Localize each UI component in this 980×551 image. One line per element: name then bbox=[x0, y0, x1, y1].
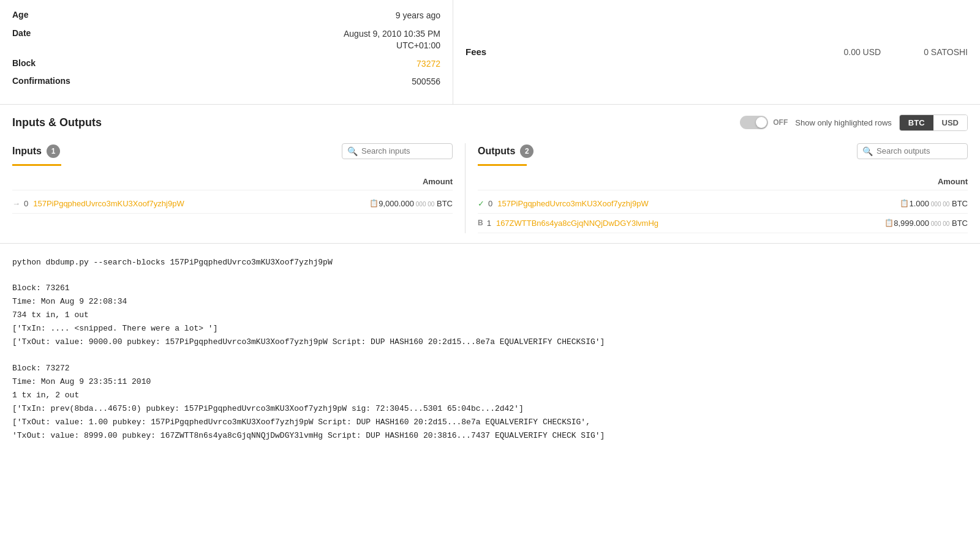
io-header: Inputs & Outputs OFF Show only highlight… bbox=[12, 114, 968, 131]
outputs-amount-header: Amount bbox=[478, 173, 968, 190]
io-title: Inputs & Outputs bbox=[12, 116, 102, 129]
show-highlighted-label: Show only highlighted rows bbox=[795, 118, 892, 127]
output-amount-0: 1.000 000 00 BTC bbox=[909, 199, 968, 208]
inputs-amount-header: Amount bbox=[12, 173, 453, 190]
fees-satoshi: 0 SATOSHI bbox=[924, 47, 968, 57]
toggle-off-label: OFF bbox=[773, 118, 788, 127]
confirmations-value: 500556 bbox=[123, 76, 440, 88]
output-index-0: 0 bbox=[488, 199, 492, 208]
output-index-1: 1 bbox=[487, 219, 491, 228]
inputs-underline bbox=[12, 164, 61, 166]
outputs-col-header: Outputs 2 🔍 bbox=[478, 143, 968, 159]
txout1-73272: ['TxOut: value: 1.00 pubkey: 157PiPgqphe… bbox=[12, 416, 968, 429]
output-row-0: ✓ 0 157PiPgqphedUvrco3mKU3Xoof7yzhj9pW 📋… bbox=[478, 194, 968, 214]
tx-summary-73272: 1 tx in, 2 out bbox=[12, 389, 968, 402]
block-label: Block bbox=[12, 58, 123, 68]
outputs-search-icon: 🔍 bbox=[862, 146, 873, 156]
date-label: Date bbox=[12, 28, 123, 38]
outputs-search-box[interactable]: 🔍 bbox=[857, 143, 968, 159]
block-value[interactable]: 73272 bbox=[123, 58, 440, 70]
inputs-search-input[interactable] bbox=[361, 146, 447, 156]
inputs-title: Inputs bbox=[12, 146, 42, 157]
txout-73261: ['TxOut: value: 9000.00 pubkey: 157PiPgq… bbox=[12, 335, 968, 349]
inputs-column: Inputs 1 🔍 Amount → 0 157PiPgqphedUvrco3… bbox=[12, 143, 466, 233]
outputs-title-row: Outputs 2 bbox=[478, 144, 533, 158]
confirmations-row: Confirmations 500556 bbox=[12, 76, 440, 88]
toggle-container[interactable]: OFF bbox=[740, 116, 788, 129]
outputs-search-input[interactable] bbox=[876, 146, 962, 156]
top-info-section: Age 9 years ago Date August 9, 2010 10:3… bbox=[0, 0, 980, 105]
date-value: August 9, 2010 10:35 PM UTC+01:00 bbox=[123, 28, 440, 52]
io-controls: OFF Show only highlighted rows BTC USD bbox=[740, 114, 968, 131]
currency-toggle: BTC USD bbox=[899, 114, 968, 131]
input-row-0: → 0 157PiPgqphedUvrco3mKU3Xoof7yzhj9pW 📋… bbox=[12, 194, 453, 214]
right-info-panel: Fees 0.00 USD 0 SATOSHI bbox=[453, 0, 980, 104]
check-icon-0: ✓ bbox=[478, 199, 484, 208]
block-73272-group: Block: 73272 Time: Mon Aug 9 23:35:11 20… bbox=[12, 362, 968, 443]
date-row: Date August 9, 2010 10:35 PM UTC+01:00 bbox=[12, 28, 440, 52]
block-73272-line: Block: 73272 bbox=[12, 362, 968, 375]
io-columns: Inputs 1 🔍 Amount → 0 157PiPgqphedUvrco3… bbox=[12, 143, 968, 233]
copy-icon-output-1[interactable]: 📋 bbox=[884, 219, 894, 227]
fees-usd: 0.00 USD bbox=[843, 47, 881, 57]
copy-icon-output-0[interactable]: 📋 bbox=[900, 199, 909, 208]
age-value: 9 years ago bbox=[123, 10, 440, 22]
output-row-1: B 1 167ZWTTBn6s4ya8cGjqNNQjDwDGY3lvmHg 📋… bbox=[478, 214, 968, 233]
inputs-count-badge: 1 bbox=[47, 144, 60, 158]
block-73261-group: Block: 73261 Time: Mon Aug 9 22:08:34 73… bbox=[12, 282, 968, 349]
arrow-icon: → bbox=[12, 199, 20, 208]
b-icon-1: B bbox=[478, 219, 483, 227]
input-address-0[interactable]: 157PiPgqphedUvrco3mKU3Xoof7yzhj9pW bbox=[33, 199, 367, 208]
fees-section: Fees 0.00 USD 0 SATOSHI bbox=[466, 47, 968, 57]
date-tz: UTC+01:00 bbox=[396, 40, 440, 50]
txin-73272: ['TxIn: prev(8bda...4675:0) pubkey: 157P… bbox=[12, 402, 968, 416]
io-section: Inputs & Outputs OFF Show only highlight… bbox=[0, 105, 980, 244]
confirmations-label: Confirmations bbox=[12, 76, 123, 86]
block-row: Block 73272 bbox=[12, 58, 440, 70]
toggle-knob bbox=[756, 117, 767, 128]
input-index-0: 0 bbox=[24, 199, 28, 208]
outputs-title: Outputs bbox=[478, 146, 515, 157]
tx-summary-73261: 734 tx in, 1 out bbox=[12, 309, 968, 322]
input-amount-0: 9,000.000 000 00 BTC bbox=[379, 199, 453, 208]
usd-button[interactable]: USD bbox=[933, 115, 967, 130]
block-73261-line: Block: 73261 bbox=[12, 282, 968, 295]
inputs-search-box[interactable]: 🔍 bbox=[342, 143, 453, 159]
search-icon: 🔍 bbox=[347, 146, 358, 156]
btc-button[interactable]: BTC bbox=[900, 115, 933, 130]
time-73261-line: Time: Mon Aug 9 22:08:34 bbox=[12, 295, 968, 309]
age-label: Age bbox=[12, 10, 123, 20]
copy-icon-input-0[interactable]: 📋 bbox=[369, 199, 379, 208]
age-row: Age 9 years ago bbox=[12, 10, 440, 22]
highlighted-toggle[interactable] bbox=[740, 116, 768, 129]
output-address-0[interactable]: 157PiPgqphedUvrco3mKU3Xoof7yzhj9pW bbox=[497, 199, 897, 208]
left-info-panel: Age 9 years ago Date August 9, 2010 10:3… bbox=[0, 0, 453, 104]
inputs-title-row: Inputs 1 bbox=[12, 144, 60, 158]
outputs-underline bbox=[478, 164, 527, 166]
outputs-column: Outputs 2 🔍 Amount ✓ 0 157PiPgqphedUvrco… bbox=[466, 143, 968, 233]
output-address-1[interactable]: 167ZWTTBn6s4ya8cGjqNNQjDwDGY3lvmHg bbox=[496, 219, 882, 228]
time-73272-line: Time: Mon Aug 9 23:35:11 2010 bbox=[12, 375, 968, 389]
date-main: August 9, 2010 10:35 PM bbox=[344, 29, 440, 39]
txout2-73272: 'TxOut: value: 8999.00 pubkey: 167ZWTT8n… bbox=[12, 429, 968, 443]
fees-label: Fees bbox=[466, 47, 486, 57]
outputs-count-badge: 2 bbox=[520, 144, 533, 158]
txin-73261: ['TxIn: .... <snipped. There were a lot>… bbox=[12, 322, 968, 335]
output-amount-1: 8,999.000 000 00 BTC bbox=[894, 219, 968, 228]
command-block: python dbdump.py --search-blocks 157PiPg… bbox=[12, 256, 968, 269]
inputs-col-header: Inputs 1 🔍 bbox=[12, 143, 453, 159]
code-section: python dbdump.py --search-blocks 157PiPg… bbox=[0, 244, 980, 467]
command-line: python dbdump.py --search-blocks 157PiPg… bbox=[12, 256, 968, 269]
